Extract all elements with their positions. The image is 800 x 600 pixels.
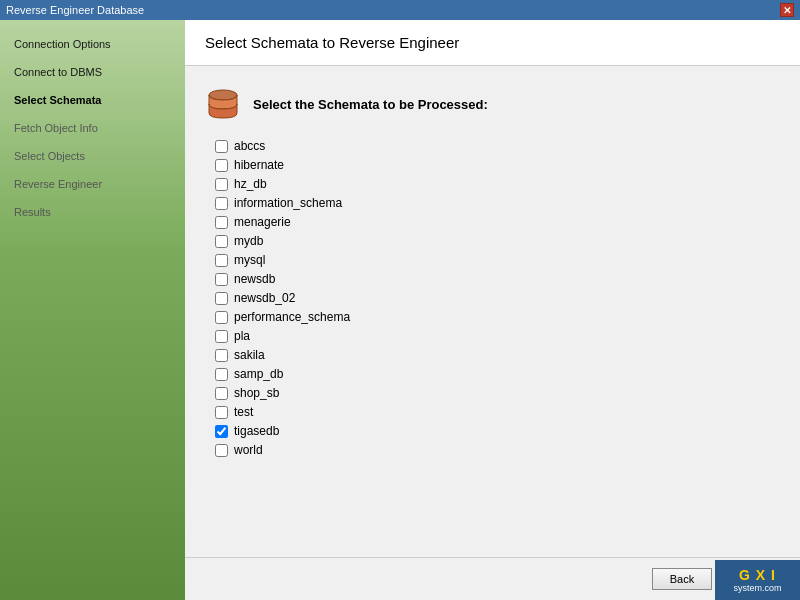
title-bar-left: Reverse Engineer Database bbox=[6, 4, 144, 16]
schema-checkbox-information_schema[interactable] bbox=[215, 197, 228, 210]
sidebar-item-connect-to-dbms[interactable]: Connect to DBMS bbox=[0, 58, 185, 86]
schema-item: newsdb_02 bbox=[215, 290, 780, 306]
schema-label-information_schema[interactable]: information_schema bbox=[234, 196, 342, 210]
schema-label-mydb[interactable]: mydb bbox=[234, 234, 263, 248]
schema-checkbox-hibernate[interactable] bbox=[215, 159, 228, 172]
section-header: Select the Schemata to be Processed: bbox=[205, 86, 780, 122]
back-button[interactable]: Back bbox=[652, 568, 712, 590]
schema-item: tigasedb bbox=[215, 423, 780, 439]
schema-label-pla[interactable]: pla bbox=[234, 329, 250, 343]
schema-checkbox-menagerie[interactable] bbox=[215, 216, 228, 229]
sidebar-item-reverse-engineer: Reverse Engineer bbox=[0, 170, 185, 198]
schema-item: shop_sb bbox=[215, 385, 780, 401]
schema-item: information_schema bbox=[215, 195, 780, 211]
close-button[interactable]: ✕ bbox=[780, 3, 794, 17]
schema-item: newsdb bbox=[215, 271, 780, 287]
schema-label-tigasedb[interactable]: tigasedb bbox=[234, 424, 279, 438]
schema-item: mysql bbox=[215, 252, 780, 268]
content-header: Select Schemata to Reverse Engineer bbox=[185, 20, 800, 66]
schema-item: menagerie bbox=[215, 214, 780, 230]
schema-checkbox-shop_sb[interactable] bbox=[215, 387, 228, 400]
schema-label-test[interactable]: test bbox=[234, 405, 253, 419]
schema-checkbox-tigasedb[interactable] bbox=[215, 425, 228, 438]
content-area: Select Schemata to Reverse Engineer Sele… bbox=[185, 20, 800, 600]
schema-checkbox-performance_schema[interactable] bbox=[215, 311, 228, 324]
schema-label-newsdb_02[interactable]: newsdb_02 bbox=[234, 291, 295, 305]
section-label: Select the Schemata to be Processed: bbox=[253, 97, 488, 112]
schema-checkbox-mysql[interactable] bbox=[215, 254, 228, 267]
content-body: Select the Schemata to be Processed: abc… bbox=[185, 66, 800, 557]
sidebar-item-connection-options[interactable]: Connection Options bbox=[0, 30, 185, 58]
schema-checkbox-test[interactable] bbox=[215, 406, 228, 419]
watermark-site: system.com bbox=[733, 583, 781, 593]
schema-checkbox-hz_db[interactable] bbox=[215, 178, 228, 191]
schema-label-menagerie[interactable]: menagerie bbox=[234, 215, 291, 229]
schema-checkbox-mydb[interactable] bbox=[215, 235, 228, 248]
schema-checkbox-newsdb[interactable] bbox=[215, 273, 228, 286]
schema-label-samp_db[interactable]: samp_db bbox=[234, 367, 283, 381]
schema-item: sakila bbox=[215, 347, 780, 363]
schema-item: hibernate bbox=[215, 157, 780, 173]
sidebar-item-fetch-object-info: Fetch Object Info bbox=[0, 114, 185, 142]
schema-checkbox-pla[interactable] bbox=[215, 330, 228, 343]
schema-item: test bbox=[215, 404, 780, 420]
schema-checkbox-world[interactable] bbox=[215, 444, 228, 457]
title-bar: Reverse Engineer Database ✕ bbox=[0, 0, 800, 20]
schema-label-shop_sb[interactable]: shop_sb bbox=[234, 386, 279, 400]
schema-label-newsdb[interactable]: newsdb bbox=[234, 272, 275, 286]
schema-checkbox-samp_db[interactable] bbox=[215, 368, 228, 381]
sidebar-item-select-objects: Select Objects bbox=[0, 142, 185, 170]
watermark: G X I system.com bbox=[715, 560, 800, 600]
schema-label-world[interactable]: world bbox=[234, 443, 263, 457]
schema-checkbox-sakila[interactable] bbox=[215, 349, 228, 362]
schema-item: performance_schema bbox=[215, 309, 780, 325]
schema-list: abccshibernatehz_dbinformation_schemamen… bbox=[215, 138, 780, 458]
window-title: Reverse Engineer Database bbox=[6, 4, 144, 16]
schema-item: world bbox=[215, 442, 780, 458]
schema-item: pla bbox=[215, 328, 780, 344]
schema-item: mydb bbox=[215, 233, 780, 249]
sidebar-item-results: Results bbox=[0, 198, 185, 226]
schema-checkbox-abccs[interactable] bbox=[215, 140, 228, 153]
schema-label-mysql[interactable]: mysql bbox=[234, 253, 265, 267]
schema-label-abccs[interactable]: abccs bbox=[234, 139, 265, 153]
schema-label-sakila[interactable]: sakila bbox=[234, 348, 265, 362]
sidebar: Connection OptionsConnect to DBMSSelect … bbox=[0, 20, 185, 600]
database-icon bbox=[205, 86, 241, 122]
sidebar-item-select-schemata[interactable]: Select Schemata bbox=[0, 86, 185, 114]
watermark-brand: G X I bbox=[739, 567, 776, 583]
schema-label-hz_db[interactable]: hz_db bbox=[234, 177, 267, 191]
schema-label-performance_schema[interactable]: performance_schema bbox=[234, 310, 350, 324]
schema-checkbox-newsdb_02[interactable] bbox=[215, 292, 228, 305]
schema-item: abccs bbox=[215, 138, 780, 154]
schema-item: hz_db bbox=[215, 176, 780, 192]
main-container: Connection OptionsConnect to DBMSSelect … bbox=[0, 20, 800, 600]
schema-item: samp_db bbox=[215, 366, 780, 382]
content-footer: Back Next bbox=[185, 557, 800, 600]
schema-label-hibernate[interactable]: hibernate bbox=[234, 158, 284, 172]
page-title: Select Schemata to Reverse Engineer bbox=[205, 34, 780, 51]
